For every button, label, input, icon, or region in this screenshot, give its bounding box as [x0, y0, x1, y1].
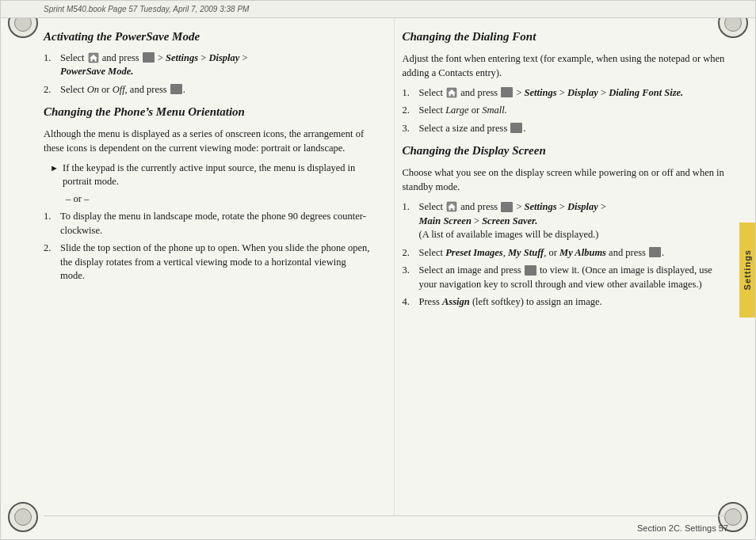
footer-text: Section 2C. Settings 57	[637, 523, 728, 533]
ok-icon-4	[525, 265, 536, 276]
menu-icon-2	[501, 87, 513, 97]
orientation-step-2-text: Slide the top section of the phone up to…	[60, 241, 370, 283]
settings-tab: Settings	[739, 222, 755, 318]
powersave-step-1: 1. Select and press > Settings > Display…	[44, 51, 370, 79]
home-icon	[88, 52, 99, 63]
display-screen-steps: 1. Select and press > Settings > Display…	[403, 200, 729, 310]
footer-bar: Section 2C. Settings 57	[44, 515, 736, 539]
section-display-screen-title: Changing the Display Screen	[403, 143, 729, 159]
right-column: Changing the Dialing Font Adjust the fon…	[394, 18, 737, 515]
orientation-step-2: 2. Slide the top section of the phone up…	[44, 241, 370, 283]
dialing-font-steps: 1. Select and press > Settings > Display…	[403, 86, 729, 136]
corner-decoration-bl	[4, 498, 42, 536]
dialing-font-step-2: 2. Select Large or Small.	[403, 104, 729, 118]
home-icon-3	[446, 201, 457, 212]
section-orientation: Changing the Phone’s Menu Orientation Al…	[44, 105, 370, 283]
powersave-steps: 1. Select and press > Settings > Display…	[44, 51, 370, 97]
header-text: Sprint M540.book Page 57 Tuesday, April …	[44, 5, 249, 13]
bullet-arrow-icon: ►	[50, 162, 58, 189]
left-column: Activating the PowerSave Mode 1. Select …	[44, 18, 378, 515]
section-powersave-title: Activating the PowerSave Mode	[44, 29, 370, 45]
section-dialing-font-title: Changing the Dialing Font	[403, 29, 729, 45]
dialing-font-step-3: 3. Select a size and press .	[403, 122, 729, 136]
display-screen-step-1: 1. Select and press > Settings > Display…	[403, 200, 729, 242]
home-icon-2	[446, 87, 457, 98]
display-screen-step-2: 2. Select Preset Images, My Stuff, or My…	[403, 246, 729, 260]
or-separator: – or –	[66, 192, 370, 207]
orientation-bullet-text: If the keypad is the currently active in…	[63, 162, 370, 189]
ok-icon-2	[510, 123, 522, 133]
display-screen-intro: Choose what you see on the display scree…	[403, 165, 729, 194]
menu-icon	[143, 52, 155, 63]
dialing-font-intro: Adjust the font when entering text (for …	[403, 51, 729, 80]
section-display-screen: Changing the Display Screen Choose what …	[403, 143, 729, 309]
orientation-step-1: 1. To display the menu in landscape mode…	[44, 210, 370, 238]
orientation-step-1-text: To display the menu in landscape mode, r…	[60, 210, 370, 238]
ok-icon-3	[649, 247, 661, 257]
section-powersave: Activating the PowerSave Mode 1. Select …	[44, 29, 370, 97]
display-screen-step-3: 3. Select an image and press to view it.…	[403, 264, 729, 291]
menu-icon-3	[501, 202, 513, 212]
dialing-font-step-1: 1. Select and press > Settings > Display…	[403, 86, 729, 101]
orientation-bullet: ► If the keypad is the currently active …	[50, 162, 370, 189]
header-bar: Sprint M540.book Page 57 Tuesday, April …	[1, 1, 755, 18]
content-area: Activating the PowerSave Mode 1. Select …	[44, 18, 736, 515]
page-container: Sprint M540.book Page 57 Tuesday, April …	[0, 0, 756, 540]
display-screen-step-4: 4. Press Assign (left softkey) to assign…	[403, 295, 729, 310]
powersave-step-2: 2. Select On or Off, and press .	[44, 83, 370, 97]
section-dialing-font: Changing the Dialing Font Adjust the fon…	[403, 29, 729, 135]
orientation-steps: 1. To display the menu in landscape mode…	[44, 210, 370, 283]
section-orientation-title: Changing the Phone’s Menu Orientation	[44, 105, 370, 120]
orientation-intro: Although the menu is displayed as a seri…	[44, 127, 370, 155]
settings-tab-label: Settings	[743, 249, 752, 290]
ok-icon	[170, 84, 182, 94]
